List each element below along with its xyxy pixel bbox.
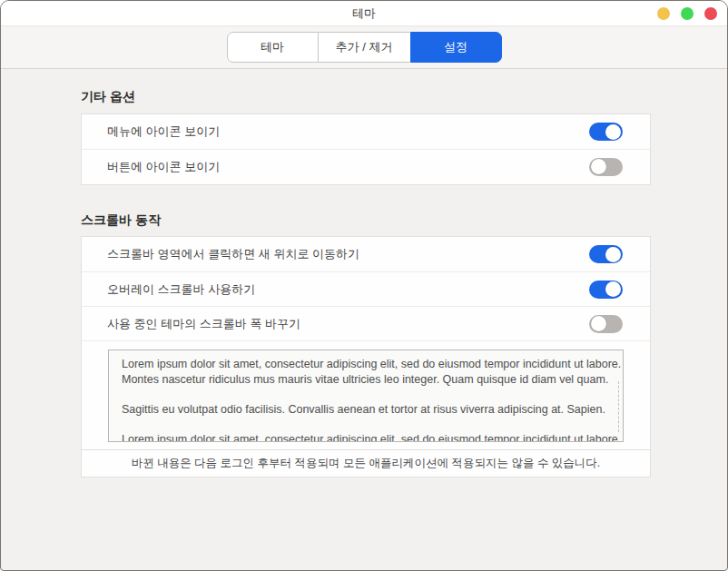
toggle-knob xyxy=(605,124,621,140)
card-scrollbar-behavior: 스크롤바 영역에서 클릭하면 새 위치로 이동하기 오버레이 스크롤바 사용하기… xyxy=(81,236,651,450)
tab-theme[interactable]: 테마 xyxy=(227,32,319,63)
toggle-jump-to-position[interactable] xyxy=(589,245,623,263)
toggle-knob xyxy=(591,316,606,331)
titlebar[interactable]: 테마 xyxy=(1,1,727,26)
toggle-menu-icons[interactable] xyxy=(589,123,623,141)
row-label: 사용 중인 테마의 스크롤바 폭 바꾸기 xyxy=(107,316,300,332)
settings-row-jump-to-position: 스크롤바 영역에서 클릭하면 새 위치로 이동하기 xyxy=(82,237,650,271)
preview-text-line: Montes nascetur ridiculus mus mauris vit… xyxy=(122,372,623,388)
theme-settings-window: 테마 테마 추가 / 제거 설정 기타 옵션 메뉴에 아이콘 보이기 버튼에 아… xyxy=(0,0,728,571)
settings-row-overlay-scrollbar: 오버레이 스크롤바 사용하기 xyxy=(82,271,650,306)
toggle-knob xyxy=(605,281,621,297)
scrollbar-preview-area: Lorem ipsum dolor sit amet, consectetur … xyxy=(82,340,650,447)
preview-text-line xyxy=(122,387,623,402)
row-label: 스크롤바 영역에서 클릭하면 새 위치로 이동하기 xyxy=(107,246,359,262)
overlay-scrollbar-indicator[interactable] xyxy=(618,381,619,432)
toggle-overlay-scrollbar[interactable] xyxy=(589,281,623,299)
tab-settings[interactable]: 설정 xyxy=(410,32,502,63)
toggle-knob xyxy=(605,247,621,262)
footer-note: 바뀐 내용은 다음 로그인 후부터 적용되며 모든 애플리케이션에 적용되지는 … xyxy=(81,449,651,477)
window-controls xyxy=(657,7,717,20)
toggle-scrollbar-width[interactable] xyxy=(589,315,623,333)
toggle-knob xyxy=(591,159,606,174)
settings-row-button-icons: 버튼에 아이콘 보이기 xyxy=(82,149,650,183)
settings-row-menu-icons: 메뉴에 아이콘 보이기 xyxy=(82,114,650,149)
row-label: 메뉴에 아이콘 보이기 xyxy=(107,123,220,140)
scrollbar-preview-textview[interactable]: Lorem ipsum dolor sit amet, consectetur … xyxy=(108,349,624,442)
toggle-button-icons[interactable] xyxy=(589,158,623,176)
window-maximize-button[interactable] xyxy=(681,7,694,20)
section-heading-other-options: 기타 옵션 xyxy=(81,88,135,104)
preview-text-line: Sagittis eu volutpat odio facilisis. Con… xyxy=(122,402,623,418)
tab-add-remove[interactable]: 추가 / 제거 xyxy=(319,32,410,63)
row-label: 오버레이 스크롤바 사용하기 xyxy=(107,281,255,298)
tab-bar: 테마 추가 / 제거 설정 xyxy=(1,27,727,69)
preview-text-line: Lorem ipsum dolor sit amet, consectetur … xyxy=(122,357,623,372)
window-close-button[interactable] xyxy=(704,7,717,20)
section-heading-scrollbar-behavior: 스크롤바 동작 xyxy=(81,212,161,228)
row-label: 버튼에 아이콘 보이기 xyxy=(107,159,220,175)
card-other-options: 메뉴에 아이콘 보이기 버튼에 아이콘 보이기 xyxy=(81,113,651,185)
window-title: 테마 xyxy=(1,1,727,26)
preview-text-line xyxy=(122,417,623,432)
preview-text-line: Lorem ipsum dolor sit amet, consectetur … xyxy=(122,432,623,443)
settings-row-scrollbar-width: 사용 중인 테마의 스크롤바 폭 바꾸기 xyxy=(82,306,650,340)
tab-segmented-control: 테마 추가 / 제거 설정 xyxy=(227,32,502,63)
window-minimize-button[interactable] xyxy=(657,7,670,20)
